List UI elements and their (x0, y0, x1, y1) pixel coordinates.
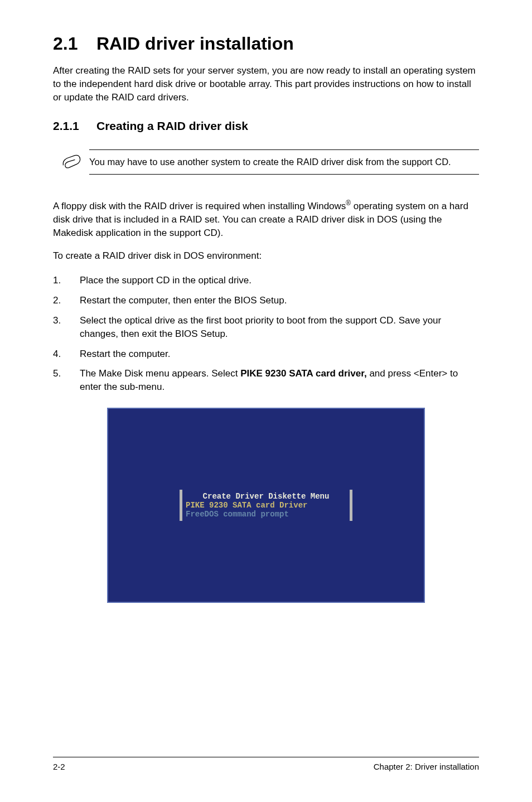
note-text-wrap: You may have to use another system to cr… (89, 149, 479, 174)
body-para-p1: A floppy disk with the RAID driver is re… (53, 201, 346, 211)
list-num: 4. (53, 347, 61, 361)
list-intro: To create a RAID driver disk in DOS envi… (53, 250, 479, 262)
list-text-bold: PIKE 9230 SATA card driver, (240, 368, 366, 379)
paperclip-icon (59, 149, 89, 176)
intro-paragraph: After creating the RAID sets for your se… (53, 64, 479, 104)
list-num: 1. (53, 274, 61, 287)
section-title: RAID driver installation (96, 33, 294, 54)
list-text-pre: The Make Disk menu appears. Select (80, 368, 240, 379)
footer-page-number: 2-2 (53, 762, 65, 771)
list-item: 3. Select the optical drive as the first… (53, 314, 479, 341)
section-number: 2.1 (53, 33, 96, 54)
screenshot-wrap: Create Driver Diskette Menu PIKE 9230 SA… (53, 408, 479, 603)
page-footer: 2-2 Chapter 2: Driver installation (53, 757, 479, 771)
dos-screenshot: Create Driver Diskette Menu PIKE 9230 SA… (107, 408, 425, 603)
list-num: 3. (53, 314, 61, 327)
sub-section-number: 2.1.1 (53, 119, 96, 133)
dialog-item: FreeDOS command prompt (182, 510, 350, 519)
sub-heading: 2.1.1Creating a RAID driver disk (53, 119, 479, 133)
list-text: Select the optical drive as the first bo… (80, 315, 441, 339)
list-item: 2. Restart the computer, then enter the … (53, 294, 479, 307)
list-text: Place the support CD in the optical driv… (80, 275, 252, 286)
list-text: Restart the computer. (80, 349, 171, 359)
dialog-box: Create Driver Diskette Menu PIKE 9230 SA… (180, 490, 352, 521)
numbered-list: 1. Place the support CD in the optical d… (53, 274, 479, 394)
sub-section-title: Creating a RAID driver disk (96, 119, 248, 132)
list-item: 5. The Make Disk menu appears. Select PI… (53, 367, 479, 394)
list-item: 1. Place the support CD in the optical d… (53, 274, 479, 287)
list-text: Restart the computer, then enter the BIO… (80, 295, 287, 306)
list-num: 2. (53, 294, 61, 307)
body-paragraph: A floppy disk with the RAID driver is re… (53, 199, 479, 239)
dialog-selected-item: PIKE 9230 SATA card Driver (182, 501, 350, 510)
list-item: 4. Restart the computer. (53, 347, 479, 361)
list-num: 5. (53, 367, 61, 380)
footer-chapter: Chapter 2: Driver installation (374, 762, 479, 771)
dialog-title: Create Driver Diskette Menu (182, 492, 350, 501)
note-box: You may have to use another system to cr… (53, 149, 479, 176)
registered-sup: ® (346, 199, 351, 207)
main-heading: 2.1RAID driver installation (53, 33, 479, 54)
note-text: You may have to use another system to cr… (89, 156, 479, 168)
